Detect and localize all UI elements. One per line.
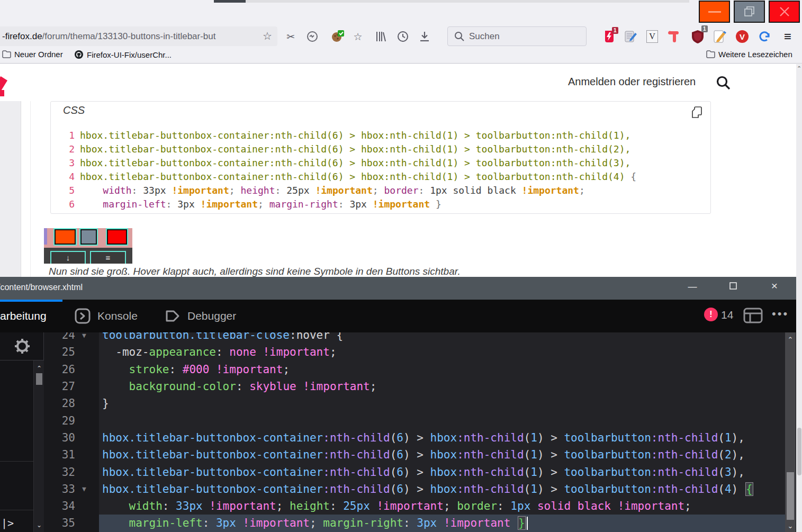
console-icon [74,308,91,324]
red-v-circle-icon[interactable]: V [734,29,750,44]
scrollbar-up-arrow[interactable]: ⌃ [796,65,802,72]
tabbar-top-strip-light [246,0,689,3]
css-code-block: CSS 1hbox.titlebar-buttonbox-container:n… [50,101,711,214]
tab-label: Debugger [187,310,236,322]
download-icon[interactable] [417,29,432,44]
scrollbar-thumb[interactable] [36,373,42,385]
meatball-menu-icon[interactable]: ••• [772,307,789,321]
stylus-page-icon[interactable] [711,29,727,44]
scrollbar-up-arrow[interactable]: ⌃ [785,336,796,344]
handshake-circle-icon[interactable] [304,29,320,44]
bookmark-other-bookmarks[interactable]: Weitere Lesezeichen [706,50,792,59]
code-line: 4hbox.titlebar-buttonbox-container:nth-c… [51,169,710,183]
tabbar-top-strip-dark [214,0,246,3]
devtools-minimize-button[interactable]: — [686,282,699,292]
tab-stilbearbeitung[interactable]: arbeitung [0,300,47,332]
history-clock-icon[interactable] [395,29,411,44]
error-count: 14 [721,309,733,321]
devtools-toolbar: arbeitung Konsole Debugger ! 14 ••• [0,300,796,332]
screenshot-scissors-icon[interactable]: ✂ [283,29,299,44]
styleeditor-code-editor[interactable]: 24▼toolbarbutton.titlebar-close:hover {2… [44,332,785,532]
scrollbar-thumb[interactable] [787,472,794,520]
ublock-badge: 1 [701,25,708,32]
titlebar-buttons-preview-image[interactable]: ↓ ≡ [44,227,132,264]
editor-line[interactable]: 35 margin-left: 3px !important; margin-r… [44,515,785,531]
code-block-label: CSS [63,104,85,116]
window-close-button[interactable] [769,1,800,23]
styleeditor-sidebar: |> ⌃ ⌄ [0,332,44,532]
devtools-maximize-button[interactable] [726,282,740,292]
editor-line[interactable]: 32hbox.titlebar-buttonbox-container:nth-… [44,463,785,480]
folder-icon [706,50,715,58]
scrollbar-down-arrow[interactable]: ⌄ [785,522,796,530]
stylesheet-list-divider [0,510,33,510]
editor-line[interactable]: 24▼toolbarbutton.titlebar-close:hover { [44,332,785,344]
bookmark-item-neuer-ordner[interactable]: Neuer Ordner [2,50,63,59]
editor-line[interactable]: 33▼hbox.titlebar-buttonbox-container:nth… [44,481,785,498]
editor-line[interactable]: 26 stroke: #000 !important; [44,361,785,378]
github-icon [74,50,84,59]
split-console-icon[interactable] [743,307,763,324]
scrollbar-up-arrow[interactable]: ⌃ [34,365,44,372]
stylesheet-list-item[interactable]: |> [1,517,14,529]
flash-extension-badge: 1 [612,27,618,34]
search-field[interactable]: Suchen [447,26,587,46]
page-left-gutter [0,101,21,277]
styleeditor-options-button[interactable] [0,332,44,360]
tab-konsole[interactable]: Konsole [74,300,138,332]
sidebar-scrollbar[interactable]: ⌃ ⌄ [33,360,44,532]
page-scrollbar[interactable]: ⌃ [796,64,802,532]
library-icon[interactable] [373,29,389,44]
editor-line[interactable]: 29 [44,412,785,429]
code-line: 3hbox.titlebar-buttonbox-container:nth-c… [51,156,710,169]
code-line: 5 width: 33px !important; height: 25px !… [51,183,710,197]
preview-button-orange [55,229,76,245]
post-container-border [30,101,31,277]
forum-code-lines[interactable]: 1hbox.titlebar-buttonbox-container:nth-c… [51,128,710,211]
bookmark-item-firefox-ui-fix[interactable]: Firefox-UI-Fix/userChr... [74,50,172,59]
editor-line[interactable]: 27 background-color: skyblue !important; [44,378,785,395]
debugger-icon [164,308,181,324]
red-scroll-icon[interactable] [666,29,682,44]
search-placeholder: Suchen [469,31,500,42]
devtools-close-button[interactable]: × [768,279,781,292]
bookmark-label: Weitere Lesezeichen [718,50,792,59]
userscript-pen-icon[interactable] [623,29,638,44]
scrollbar-down-arrow[interactable]: ⌄ [34,521,44,529]
editor-scrollbar[interactable]: ⌃ ⌄ [785,332,796,532]
code-line: 1hbox.titlebar-buttonbox-container:nth-c… [51,128,710,142]
scrollbar-thumb[interactable] [797,428,801,475]
app-menu-icon[interactable]: ≡ [780,29,796,44]
error-badge-icon[interactable]: ! [704,308,718,321]
fold-arrow-icon[interactable]: ▼ [75,485,93,493]
login-register-link[interactable]: Anmelden oder registrieren [568,76,696,88]
page-search-icon[interactable] [716,75,732,91]
editor-line[interactable]: 25 -moz-appearance: none !important; [44,344,785,360]
star-plus-icon[interactable]: ☆ [350,29,366,44]
bookmark-star-icon[interactable]: ☆ [263,30,272,42]
editor-line[interactable]: 28} [44,395,785,412]
minimize-icon [708,11,721,13]
folder-icon [2,50,11,58]
v-box-icon[interactable]: V [644,29,660,44]
editor-line[interactable]: 34 width: 33px !important; height: 25px … [44,498,785,515]
window-restore-button[interactable] [734,1,765,23]
page-content: Anmelden oder registrieren CSS 1hbox.tit… [0,64,796,277]
urlbar[interactable]: -firefox.de/forum/thema/133130-buttons-i… [0,26,277,46]
close-icon [779,6,790,17]
restore-icon [744,6,755,17]
sync-arrows-icon[interactable] [756,29,772,44]
preview-download-button: ↓ [50,251,86,264]
editor-line[interactable]: 31hbox.titlebar-buttonbox-container:nth-… [44,446,785,463]
code-line: 6 margin-left: 3px !important; margin-ri… [51,197,710,211]
editor-line[interactable]: 30hbox.titlebar-buttonbox-container:nth-… [44,429,785,446]
editor-lines[interactable]: 24▼toolbarbutton.titlebar-close:hover {2… [44,332,785,532]
window-minimize-button[interactable] [699,1,730,23]
tab-debugger[interactable]: Debugger [164,300,236,332]
preview-purple-edge [44,228,47,245]
preview-toolbar-strip: ↓ ≡ [44,248,132,264]
copy-pages-icon[interactable] [690,106,704,120]
fold-arrow-icon[interactable]: ▼ [75,332,93,339]
devtools-titlebar[interactable]: /content/browser.xhtml — × [0,277,796,300]
cookie-allowed-icon[interactable] [330,29,346,44]
